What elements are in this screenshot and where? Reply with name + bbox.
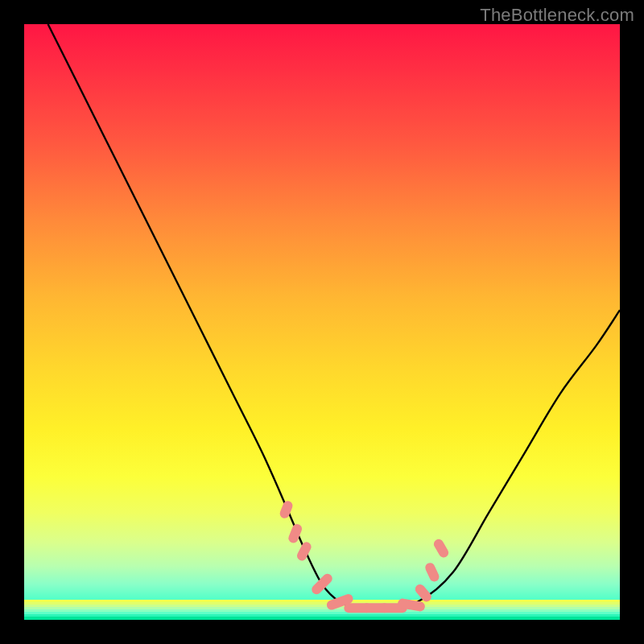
curve-marker xyxy=(423,561,440,583)
curve-path xyxy=(48,24,620,609)
watermark-text: TheBottleneck.com xyxy=(480,5,634,26)
curve-markers xyxy=(279,500,450,613)
chart-area xyxy=(24,24,620,620)
curve-marker xyxy=(295,540,313,562)
curve-marker xyxy=(310,572,334,596)
bottleneck-curve xyxy=(24,24,620,620)
curve-marker xyxy=(432,538,451,559)
curve-marker xyxy=(279,500,294,520)
